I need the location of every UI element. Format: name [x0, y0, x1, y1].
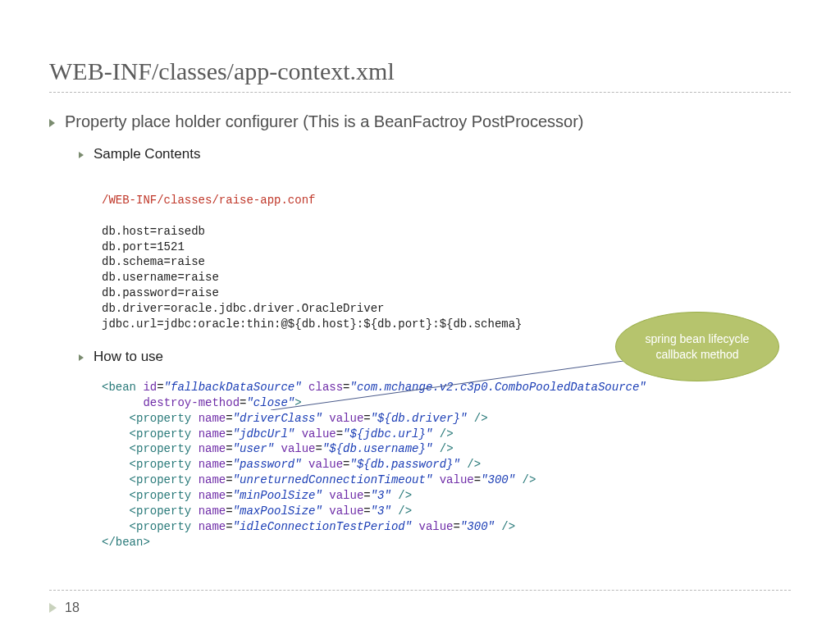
slide-footer: 18: [49, 600, 80, 615]
bullet-main: Property place holder configurer (This i…: [49, 112, 791, 131]
conf-path: /WEB-INF/classes/raise-app.conf: [102, 194, 315, 207]
callout-bubble: spring bean lifecycle callback method: [615, 312, 779, 381]
footer-divider: [49, 590, 791, 591]
page-number: 18: [65, 600, 80, 615]
bullet-sample-text: Sample Contents: [94, 146, 200, 162]
triangle-icon: [49, 119, 55, 127]
bullet-sample: Sample Contents: [79, 146, 791, 162]
slide-title: WEB-INF/classes/app-context.xml: [49, 57, 791, 93]
bullet-main-text: Property place holder configurer (This i…: [65, 112, 584, 131]
conf-code-block: /WEB-INF/classes/raise-app.conf db.host=…: [102, 177, 791, 332]
triangle-icon: [49, 603, 57, 613]
xml-code-block: <bean id="fallbackDataSource" class="com…: [102, 380, 791, 550]
bullet-howto-text: How to use: [94, 349, 163, 365]
triangle-icon: [79, 152, 84, 158]
triangle-icon: [79, 354, 84, 361]
